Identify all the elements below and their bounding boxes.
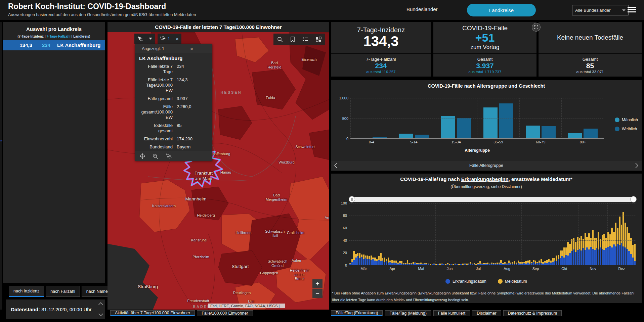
clear-selection-icon[interactable]: × bbox=[173, 36, 181, 42]
page-subtitle: Auswertungen basierend auf den aus den G… bbox=[8, 12, 196, 17]
menu-icon[interactable] bbox=[628, 7, 636, 13]
ts-seg-erkrankungsdatum bbox=[605, 248, 607, 265]
gridline bbox=[349, 253, 636, 253]
carousel-next-icon[interactable] bbox=[632, 163, 642, 168]
ts-xtick: Mär bbox=[349, 267, 378, 271]
ts-seg-meldedatum bbox=[500, 260, 502, 263]
chart-tab-f-lle-kumuliert[interactable]: Fälle kumuliert bbox=[433, 310, 470, 316]
ts-bar bbox=[521, 262, 523, 265]
basemap-grid-icon[interactable] bbox=[312, 37, 325, 42]
ts-ytick: 100 bbox=[334, 201, 347, 205]
ts-seg-erkrankungsdatum bbox=[561, 256, 563, 265]
tab-nach-fallzahl[interactable]: nach Fallzahl bbox=[46, 286, 80, 297]
ts-seg-meldedatum bbox=[605, 238, 607, 248]
chart-tab-disclaimer[interactable]: Disclaimer bbox=[472, 310, 501, 316]
popup-close-icon[interactable]: × bbox=[171, 46, 212, 52]
ts-seg-meldedatum bbox=[548, 259, 550, 262]
chart-tab-f-lle-tag-meldung[interactable]: Fälle/Tag (Meldung) bbox=[385, 310, 431, 316]
ts-bar bbox=[388, 258, 389, 265]
zoom-to-feature-icon[interactable] bbox=[153, 153, 158, 159]
lasso-icon[interactable] bbox=[166, 153, 172, 159]
chart-footnote: * Bei Fällen ohne Angaben zum Erkrankung… bbox=[332, 290, 640, 304]
ts-bar bbox=[632, 245, 634, 265]
popup-row-value: 174.200 bbox=[177, 136, 192, 142]
ts-seg-erkrankungsdatum bbox=[596, 248, 598, 265]
pan-to-feature-icon[interactable] bbox=[140, 153, 145, 159]
ts-seg-erkrankungsdatum bbox=[365, 258, 367, 265]
ts-xtick: Jun bbox=[435, 267, 464, 271]
ts-bar bbox=[391, 260, 393, 265]
ts-bar bbox=[357, 253, 359, 265]
age-bar-weiblich bbox=[499, 103, 513, 139]
scroll-down-icon[interactable] bbox=[98, 312, 103, 316]
ts-bar bbox=[376, 259, 378, 265]
ts-seg-erkrankungsdatum bbox=[603, 250, 605, 265]
ts-bar bbox=[420, 263, 422, 265]
search-icon[interactable] bbox=[273, 37, 287, 42]
zoom-in-button[interactable]: + bbox=[312, 279, 323, 288]
popup-row-label: Todesfälle gesamt bbox=[139, 123, 173, 134]
ts-bar bbox=[361, 255, 362, 265]
popup-title: LK Aschaffenburg bbox=[139, 55, 208, 61]
time-range-slider[interactable] bbox=[349, 197, 636, 202]
scroll-up-icon[interactable] bbox=[98, 302, 103, 307]
ts-bar bbox=[605, 238, 607, 265]
lasso-select-icon[interactable] bbox=[134, 36, 146, 41]
ts-seg-erkrankungsdatum bbox=[351, 262, 353, 265]
ts-bar bbox=[353, 251, 355, 265]
nav-bundeslaender[interactable]: Bundesländer bbox=[406, 6, 438, 12]
ts-seg-meldedatum bbox=[617, 228, 618, 244]
time-chart-panel: COVID-19-Fälle/Tag nach Erkrankungsbegin… bbox=[331, 174, 642, 303]
map-canvas[interactable]: EisenachBadHersfeldMarburgHESSENFuldaAsc… bbox=[108, 32, 329, 310]
map-tab-f-lle-100-000-einwohner[interactable]: Fälle/100.000 Einwohner bbox=[197, 310, 253, 316]
popup-count: Angezeigt: 1 bbox=[135, 46, 171, 51]
ts-seg-erkrankungsdatum bbox=[384, 262, 385, 265]
chart-tab-f-lle-tag-erkrankung[interactable]: Fälle/Tag (Erkrankung) bbox=[331, 310, 383, 316]
bundesland-filter-dropdown[interactable]: Alle Bundesländer bbox=[572, 5, 629, 15]
ts-bar bbox=[487, 263, 489, 265]
selection-count[interactable]: 1 bbox=[158, 36, 173, 41]
slider-handle-left[interactable] bbox=[349, 196, 355, 202]
expand-panel-arrow-icon[interactable]: » bbox=[0, 138, 2, 143]
slider-handle-right[interactable] bbox=[630, 196, 637, 202]
ts-seg-meldedatum bbox=[622, 212, 624, 246]
ts-seg-erkrankungsdatum bbox=[393, 263, 395, 265]
ts-seg-erkrankungsdatum bbox=[592, 249, 594, 265]
ts-seg-meldedatum bbox=[569, 244, 571, 253]
ts-seg-meldedatum bbox=[514, 261, 515, 264]
ts-seg-erkrankungsdatum bbox=[363, 259, 364, 265]
map-tab-aktivit-t-ber-7-tage-100-000-einwohner[interactable]: Aktivität über 7 Tage/100.000 Einwohner bbox=[110, 310, 195, 316]
nav-landkreise-button[interactable]: Landkreise bbox=[467, 4, 536, 16]
ts-bar bbox=[386, 259, 387, 265]
ts-bar bbox=[563, 247, 565, 265]
ts-bar bbox=[611, 228, 613, 265]
zoom-out-button[interactable]: − bbox=[312, 289, 323, 298]
age-chart-xlabel: Altersgruppe bbox=[350, 148, 604, 153]
ts-bar bbox=[583, 239, 584, 265]
ts-seg-meldedatum bbox=[596, 238, 598, 248]
card-title: 7-Tage-Inzidenz bbox=[357, 26, 405, 34]
datenstand-box: Datenstand: 31.12.2020, 00:00 Uhr bbox=[6, 300, 105, 319]
card-value-suffix: zum Vortag bbox=[471, 44, 500, 51]
ts-bar bbox=[378, 256, 380, 265]
carousel-prev-icon[interactable] bbox=[331, 163, 340, 168]
ts-bar bbox=[536, 262, 538, 265]
selection-mode-chevron-icon[interactable] bbox=[146, 38, 155, 40]
ts-seg-erkrankungsdatum bbox=[575, 252, 576, 265]
list-item-selected[interactable]: 134,3 234 LK Aschaffenburg bbox=[3, 40, 105, 50]
ts-seg-erkrankungsdatum bbox=[594, 250, 596, 265]
ts-bar bbox=[539, 261, 540, 265]
ts-seg-erkrankungsdatum bbox=[554, 261, 556, 265]
bookmark-icon[interactable] bbox=[287, 37, 299, 42]
chart-tab-datenschutz-impressum[interactable]: Datenschutz & Impressum bbox=[503, 310, 562, 316]
card-title: COVID-19-Fälle bbox=[462, 25, 508, 32]
expand-card-button[interactable] bbox=[532, 23, 541, 32]
ts-seg-erkrankungsdatum bbox=[590, 247, 592, 265]
popup-row-label: Fälle letzte 7 Tage bbox=[139, 64, 173, 75]
ts-seg-erkrankungsdatum bbox=[569, 253, 571, 265]
legend-list-icon[interactable] bbox=[299, 37, 312, 42]
tab-nach-inzidenz[interactable]: nach Inzidenz bbox=[9, 286, 44, 297]
ts-seg-erkrankungsdatum bbox=[389, 262, 391, 265]
map-attribution: Esri, HERE, Garmin, FAO, NOAA, USGS |... bbox=[208, 304, 285, 308]
legend-label: Männlich bbox=[622, 118, 638, 122]
